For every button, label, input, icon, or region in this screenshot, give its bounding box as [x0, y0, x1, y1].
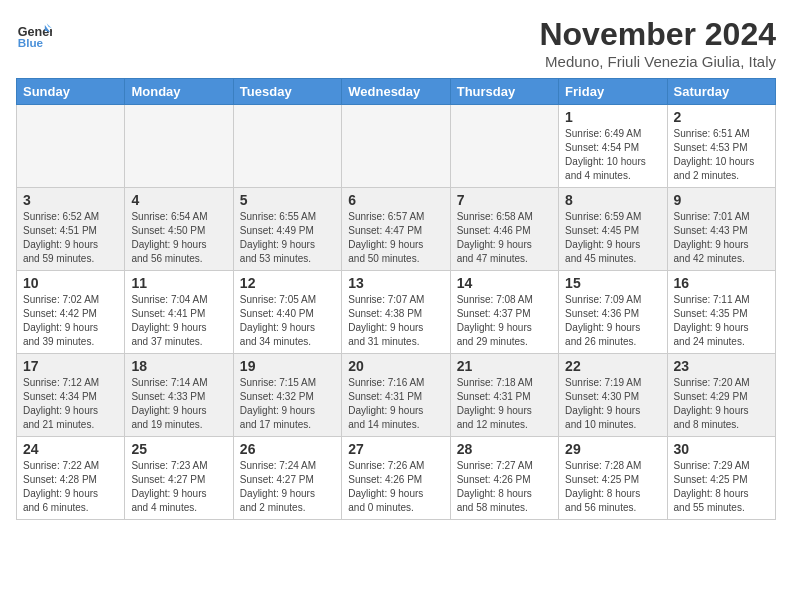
day-number: 16 — [674, 275, 769, 291]
day-info: Sunrise: 6:59 AM Sunset: 4:45 PM Dayligh… — [565, 210, 660, 266]
day-info: Sunrise: 7:26 AM Sunset: 4:26 PM Dayligh… — [348, 459, 443, 515]
day-number: 28 — [457, 441, 552, 457]
day-number: 13 — [348, 275, 443, 291]
day-cell: 27Sunrise: 7:26 AM Sunset: 4:26 PM Dayli… — [342, 437, 450, 520]
day-cell: 13Sunrise: 7:07 AM Sunset: 4:38 PM Dayli… — [342, 271, 450, 354]
day-number: 9 — [674, 192, 769, 208]
title-area: November 2024 Meduno, Friuli Venezia Giu… — [539, 16, 776, 70]
day-number: 29 — [565, 441, 660, 457]
logo-icon: General Blue — [16, 16, 52, 52]
day-info: Sunrise: 7:18 AM Sunset: 4:31 PM Dayligh… — [457, 376, 552, 432]
day-cell: 25Sunrise: 7:23 AM Sunset: 4:27 PM Dayli… — [125, 437, 233, 520]
day-number: 24 — [23, 441, 118, 457]
day-cell: 14Sunrise: 7:08 AM Sunset: 4:37 PM Dayli… — [450, 271, 558, 354]
header-cell-wednesday: Wednesday — [342, 79, 450, 105]
day-info: Sunrise: 7:28 AM Sunset: 4:25 PM Dayligh… — [565, 459, 660, 515]
day-cell: 8Sunrise: 6:59 AM Sunset: 4:45 PM Daylig… — [559, 188, 667, 271]
header-cell-saturday: Saturday — [667, 79, 775, 105]
day-info: Sunrise: 6:58 AM Sunset: 4:46 PM Dayligh… — [457, 210, 552, 266]
day-info: Sunrise: 7:14 AM Sunset: 4:33 PM Dayligh… — [131, 376, 226, 432]
day-number: 4 — [131, 192, 226, 208]
day-cell: 3Sunrise: 6:52 AM Sunset: 4:51 PM Daylig… — [17, 188, 125, 271]
day-number: 14 — [457, 275, 552, 291]
day-number: 20 — [348, 358, 443, 374]
day-info: Sunrise: 7:29 AM Sunset: 4:25 PM Dayligh… — [674, 459, 769, 515]
day-info: Sunrise: 7:12 AM Sunset: 4:34 PM Dayligh… — [23, 376, 118, 432]
day-cell — [17, 105, 125, 188]
day-number: 15 — [565, 275, 660, 291]
day-cell: 28Sunrise: 7:27 AM Sunset: 4:26 PM Dayli… — [450, 437, 558, 520]
day-number: 11 — [131, 275, 226, 291]
day-info: Sunrise: 7:01 AM Sunset: 4:43 PM Dayligh… — [674, 210, 769, 266]
svg-text:Blue: Blue — [18, 36, 44, 49]
day-number: 12 — [240, 275, 335, 291]
day-cell — [125, 105, 233, 188]
day-number: 7 — [457, 192, 552, 208]
day-number: 1 — [565, 109, 660, 125]
day-cell: 21Sunrise: 7:18 AM Sunset: 4:31 PM Dayli… — [450, 354, 558, 437]
day-cell — [233, 105, 341, 188]
day-cell: 16Sunrise: 7:11 AM Sunset: 4:35 PM Dayli… — [667, 271, 775, 354]
day-info: Sunrise: 7:15 AM Sunset: 4:32 PM Dayligh… — [240, 376, 335, 432]
week-row-4: 17Sunrise: 7:12 AM Sunset: 4:34 PM Dayli… — [17, 354, 776, 437]
day-number: 22 — [565, 358, 660, 374]
day-cell: 24Sunrise: 7:22 AM Sunset: 4:28 PM Dayli… — [17, 437, 125, 520]
day-info: Sunrise: 7:19 AM Sunset: 4:30 PM Dayligh… — [565, 376, 660, 432]
day-cell: 9Sunrise: 7:01 AM Sunset: 4:43 PM Daylig… — [667, 188, 775, 271]
day-cell: 29Sunrise: 7:28 AM Sunset: 4:25 PM Dayli… — [559, 437, 667, 520]
day-number: 8 — [565, 192, 660, 208]
day-cell: 18Sunrise: 7:14 AM Sunset: 4:33 PM Dayli… — [125, 354, 233, 437]
day-info: Sunrise: 7:24 AM Sunset: 4:27 PM Dayligh… — [240, 459, 335, 515]
day-number: 18 — [131, 358, 226, 374]
header: General Blue November 2024 Meduno, Friul… — [16, 16, 776, 70]
day-info: Sunrise: 7:08 AM Sunset: 4:37 PM Dayligh… — [457, 293, 552, 349]
day-number: 3 — [23, 192, 118, 208]
header-cell-tuesday: Tuesday — [233, 79, 341, 105]
day-number: 25 — [131, 441, 226, 457]
header-cell-monday: Monday — [125, 79, 233, 105]
day-info: Sunrise: 6:49 AM Sunset: 4:54 PM Dayligh… — [565, 127, 660, 183]
day-number: 30 — [674, 441, 769, 457]
day-cell: 19Sunrise: 7:15 AM Sunset: 4:32 PM Dayli… — [233, 354, 341, 437]
day-cell: 2Sunrise: 6:51 AM Sunset: 4:53 PM Daylig… — [667, 105, 775, 188]
week-row-2: 3Sunrise: 6:52 AM Sunset: 4:51 PM Daylig… — [17, 188, 776, 271]
day-info: Sunrise: 7:09 AM Sunset: 4:36 PM Dayligh… — [565, 293, 660, 349]
day-cell: 10Sunrise: 7:02 AM Sunset: 4:42 PM Dayli… — [17, 271, 125, 354]
day-number: 27 — [348, 441, 443, 457]
week-row-1: 1Sunrise: 6:49 AM Sunset: 4:54 PM Daylig… — [17, 105, 776, 188]
day-info: Sunrise: 6:52 AM Sunset: 4:51 PM Dayligh… — [23, 210, 118, 266]
day-cell: 11Sunrise: 7:04 AM Sunset: 4:41 PM Dayli… — [125, 271, 233, 354]
day-cell: 6Sunrise: 6:57 AM Sunset: 4:47 PM Daylig… — [342, 188, 450, 271]
day-info: Sunrise: 7:27 AM Sunset: 4:26 PM Dayligh… — [457, 459, 552, 515]
day-number: 5 — [240, 192, 335, 208]
week-row-5: 24Sunrise: 7:22 AM Sunset: 4:28 PM Dayli… — [17, 437, 776, 520]
day-cell: 23Sunrise: 7:20 AM Sunset: 4:29 PM Dayli… — [667, 354, 775, 437]
day-number: 6 — [348, 192, 443, 208]
day-info: Sunrise: 7:07 AM Sunset: 4:38 PM Dayligh… — [348, 293, 443, 349]
header-cell-friday: Friday — [559, 79, 667, 105]
day-info: Sunrise: 6:57 AM Sunset: 4:47 PM Dayligh… — [348, 210, 443, 266]
day-cell: 26Sunrise: 7:24 AM Sunset: 4:27 PM Dayli… — [233, 437, 341, 520]
day-info: Sunrise: 6:54 AM Sunset: 4:50 PM Dayligh… — [131, 210, 226, 266]
day-info: Sunrise: 7:02 AM Sunset: 4:42 PM Dayligh… — [23, 293, 118, 349]
day-number: 23 — [674, 358, 769, 374]
day-cell: 17Sunrise: 7:12 AM Sunset: 4:34 PM Dayli… — [17, 354, 125, 437]
day-cell: 20Sunrise: 7:16 AM Sunset: 4:31 PM Dayli… — [342, 354, 450, 437]
header-cell-sunday: Sunday — [17, 79, 125, 105]
day-cell: 15Sunrise: 7:09 AM Sunset: 4:36 PM Dayli… — [559, 271, 667, 354]
day-info: Sunrise: 6:51 AM Sunset: 4:53 PM Dayligh… — [674, 127, 769, 183]
day-info: Sunrise: 6:55 AM Sunset: 4:49 PM Dayligh… — [240, 210, 335, 266]
location-title: Meduno, Friuli Venezia Giulia, Italy — [539, 53, 776, 70]
day-info: Sunrise: 7:05 AM Sunset: 4:40 PM Dayligh… — [240, 293, 335, 349]
day-cell: 4Sunrise: 6:54 AM Sunset: 4:50 PM Daylig… — [125, 188, 233, 271]
header-row: SundayMondayTuesdayWednesdayThursdayFrid… — [17, 79, 776, 105]
day-number: 21 — [457, 358, 552, 374]
day-cell: 5Sunrise: 6:55 AM Sunset: 4:49 PM Daylig… — [233, 188, 341, 271]
day-cell: 7Sunrise: 6:58 AM Sunset: 4:46 PM Daylig… — [450, 188, 558, 271]
day-cell: 12Sunrise: 7:05 AM Sunset: 4:40 PM Dayli… — [233, 271, 341, 354]
day-cell: 30Sunrise: 7:29 AM Sunset: 4:25 PM Dayli… — [667, 437, 775, 520]
day-info: Sunrise: 7:23 AM Sunset: 4:27 PM Dayligh… — [131, 459, 226, 515]
day-info: Sunrise: 7:11 AM Sunset: 4:35 PM Dayligh… — [674, 293, 769, 349]
day-number: 2 — [674, 109, 769, 125]
month-title: November 2024 — [539, 16, 776, 53]
